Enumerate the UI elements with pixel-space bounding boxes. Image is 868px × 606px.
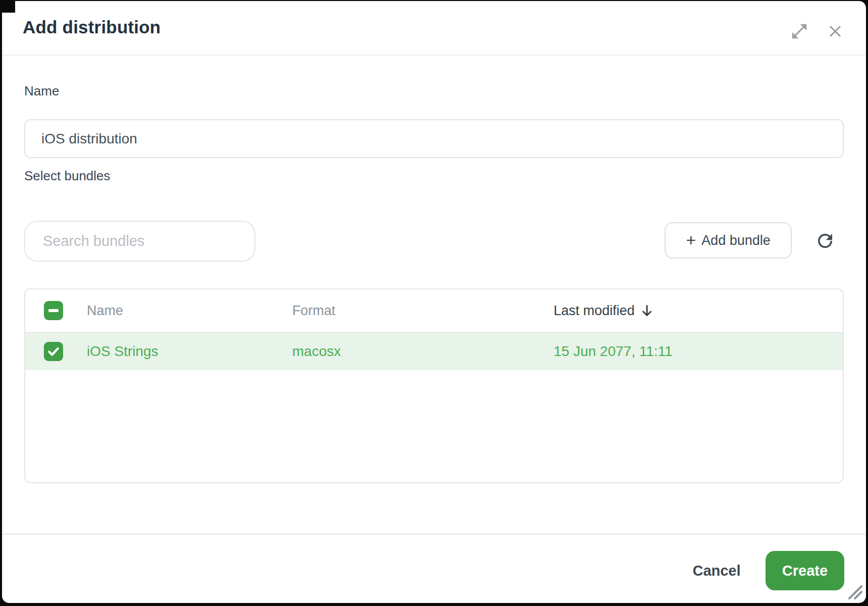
bundle-last-modified-cell: 15 Jun 2077, 11:11 bbox=[554, 343, 673, 360]
last-modified-label: Last modified bbox=[554, 303, 635, 319]
search-bundles-input[interactable] bbox=[24, 221, 255, 262]
expand-button[interactable] bbox=[788, 20, 810, 42]
row-checkbox[interactable] bbox=[44, 342, 63, 361]
column-header-name[interactable]: Name bbox=[87, 303, 123, 319]
create-button[interactable]: Create bbox=[766, 551, 844, 590]
bundle-format-cell: macosx bbox=[292, 343, 341, 360]
column-header-last-modified[interactable]: Last modified bbox=[554, 303, 653, 319]
refresh-button[interactable] bbox=[814, 230, 836, 252]
cancel-button[interactable]: Cancel bbox=[673, 554, 760, 587]
checkmark-icon bbox=[47, 345, 60, 358]
select-bundles-label: Select bundles bbox=[24, 168, 111, 184]
add-distribution-dialog: Add distribution Name Select bundles + A… bbox=[2, 1, 866, 603]
column-header-format[interactable]: Format bbox=[292, 303, 336, 319]
add-bundle-button[interactable]: + Add bundle bbox=[665, 222, 792, 259]
plus-icon: + bbox=[686, 231, 696, 248]
distribution-name-input[interactable] bbox=[24, 119, 844, 158]
expand-icon bbox=[790, 22, 809, 41]
indeterminate-icon bbox=[48, 309, 59, 312]
table-row[interactable]: iOS Strings macosx 15 Jun 2077, 11:11 bbox=[25, 333, 843, 370]
header-divider bbox=[2, 55, 866, 56]
close-icon bbox=[826, 22, 845, 41]
close-button[interactable] bbox=[824, 20, 846, 42]
add-bundle-label: Add bundle bbox=[701, 233, 771, 248]
table-header-row: Name Format Last modified bbox=[25, 289, 843, 333]
select-all-checkbox[interactable] bbox=[44, 301, 63, 320]
footer-divider bbox=[2, 533, 866, 535]
sort-desc-arrow-icon bbox=[641, 304, 653, 318]
refresh-icon bbox=[815, 230, 836, 251]
name-field-label: Name bbox=[24, 83, 59, 99]
resize-grip-icon bbox=[846, 583, 863, 600]
dialog-title: Add distribution bbox=[23, 17, 160, 37]
resize-handle[interactable] bbox=[846, 583, 864, 601]
bundle-name-cell: iOS Strings bbox=[87, 343, 158, 360]
bundles-table: Name Format Last modified bbox=[24, 288, 844, 483]
screen-corner-artifact bbox=[0, 0, 15, 13]
